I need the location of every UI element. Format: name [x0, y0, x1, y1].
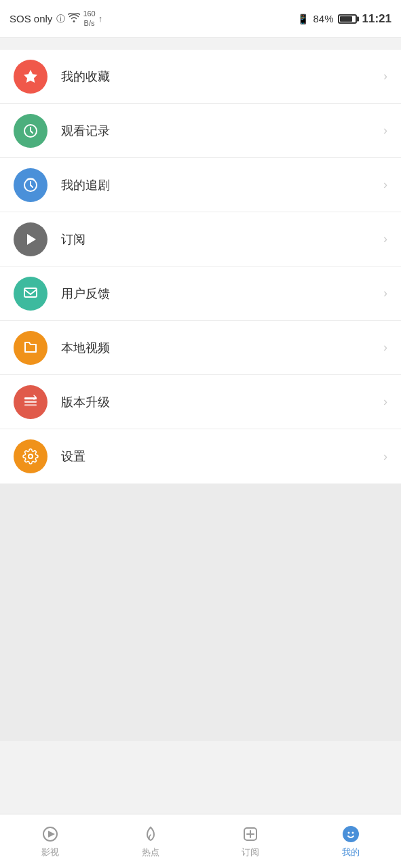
mine-nav-label: 我的: [342, 846, 360, 859]
local-video-chevron-icon: ›: [383, 340, 387, 355]
menu-list: 我的收藏 › 观看记录 › 我的追剧 ›: [0, 49, 401, 484]
svg-marker-0: [24, 70, 37, 83]
menu-item-update[interactable]: 版本升级 ›: [0, 375, 401, 429]
upload-icon: ↑: [98, 14, 103, 24]
menu-item-follow[interactable]: 我的追剧 ›: [0, 158, 401, 212]
update-label: 版本升级: [61, 394, 383, 410]
sos-text: SOS only: [9, 13, 52, 24]
hot-icon: [141, 825, 160, 844]
menu-item-subscribe[interactable]: 订阅 ›: [0, 212, 401, 267]
svg-rect-4: [24, 288, 37, 297]
top-spacer: [0, 38, 401, 49]
subscribe-icon-circle: [14, 222, 47, 256]
update-chevron-icon: ›: [383, 395, 387, 409]
menu-item-favorites[interactable]: 我的收藏 ›: [0, 50, 401, 104]
history-icon-circle: [14, 114, 47, 148]
subscribe-chevron-icon: ›: [383, 232, 387, 246]
mine-icon: [341, 825, 360, 844]
history-chevron-icon: ›: [383, 123, 387, 138]
local-video-label: 本地视频: [61, 340, 383, 356]
svg-point-14: [343, 826, 359, 842]
nav-item-subscribe[interactable]: 订阅: [201, 814, 301, 868]
menu-item-local-video[interactable]: 本地视频 ›: [0, 321, 401, 375]
menu-item-feedback[interactable]: 用户反馈 ›: [0, 267, 401, 321]
svg-point-15: [348, 831, 350, 833]
status-bar: SOS only ⓘ 160 B/s ↑ 📱 84% 11:21: [0, 0, 401, 38]
feedback-icon-circle: [14, 277, 47, 311]
subscribe-nav-label: 订阅: [242, 846, 259, 859]
signal-warning-icon: ⓘ: [56, 13, 65, 25]
battery-icon: [338, 14, 357, 24]
bottom-navigation: 影视 热点 订阅 我的: [0, 814, 401, 868]
svg-marker-3: [27, 234, 36, 245]
favorites-chevron-icon: ›: [383, 69, 387, 83]
hot-nav-label: 热点: [142, 846, 159, 859]
follow-label: 我的追剧: [61, 177, 383, 193]
bottom-gray-area: [0, 484, 401, 741]
subscribe-nav-icon: [241, 825, 260, 844]
status-right: 📱 84% 11:21: [297, 12, 392, 26]
follow-chevron-icon: ›: [383, 178, 387, 192]
svg-rect-5: [24, 404, 37, 406]
feedback-chevron-icon: ›: [383, 286, 387, 300]
svg-point-8: [28, 454, 33, 458]
subscribe-label: 订阅: [61, 231, 383, 248]
history-label: 观看记录: [61, 123, 383, 139]
svg-marker-10: [48, 831, 55, 837]
battery-fill: [340, 16, 352, 22]
settings-label: 设置: [61, 448, 383, 465]
sim-icon: 📱: [297, 14, 309, 24]
svg-point-16: [352, 831, 354, 833]
movies-icon: [41, 825, 60, 844]
nav-item-movies[interactable]: 影视: [0, 814, 100, 868]
settings-icon-circle: [14, 439, 47, 473]
nav-item-mine[interactable]: 我的: [301, 814, 401, 868]
menu-item-history[interactable]: 观看记录 ›: [0, 104, 401, 158]
status-left: SOS only ⓘ 160 B/s ↑: [9, 9, 102, 27]
menu-item-settings[interactable]: 设置 ›: [0, 429, 401, 484]
time-display: 11:21: [362, 12, 392, 26]
battery-percent: 84%: [313, 13, 333, 24]
feedback-label: 用户反馈: [61, 285, 383, 302]
network-speed: 160 B/s: [83, 9, 95, 27]
favorites-icon-circle: [14, 60, 47, 94]
nav-item-hot[interactable]: 热点: [100, 814, 201, 868]
status-icons: ⓘ 160 B/s ↑: [56, 9, 102, 27]
wifi-icon: [68, 13, 80, 24]
movies-nav-label: 影视: [41, 846, 59, 859]
svg-rect-6: [24, 401, 37, 403]
favorites-label: 我的收藏: [61, 68, 383, 85]
settings-chevron-icon: ›: [383, 450, 387, 464]
follow-icon-circle: [14, 168, 47, 202]
update-icon-circle: [14, 385, 47, 419]
local-video-icon-circle: [14, 331, 47, 365]
